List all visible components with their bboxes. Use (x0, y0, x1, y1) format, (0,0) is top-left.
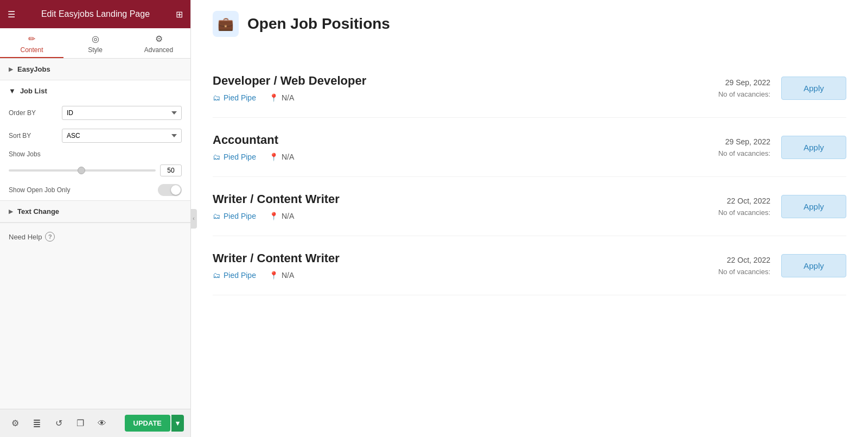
update-arrow-button[interactable]: ▾ (171, 415, 184, 432)
menu-icon[interactable]: ☰ (8, 9, 15, 20)
job-date-1: 29 Sep, 2022 (684, 78, 770, 87)
need-help-label: Need Help (9, 233, 42, 241)
show-jobs-slider[interactable] (9, 169, 156, 172)
job-date-3: 22 Oct, 2022 (684, 197, 770, 205)
briefcase-icon-3: 🗂 (213, 212, 220, 220)
job-meta-2: 🗂 Pied Pipe 📍 N/A (213, 153, 673, 161)
job-date-section-3: 22 Oct, 2022 No of vacancies: (684, 197, 770, 217)
table-row: Developer / Web Developer 🗂 Pied Pipe 📍 … (213, 59, 846, 118)
collapse-handle[interactable]: ‹ (190, 209, 197, 229)
easyjobs-section-header[interactable]: ▶ EasyJobs (0, 59, 190, 80)
show-jobs-row: Show Jobs (0, 147, 190, 161)
sort-by-row: Sort BY ASC DESC (0, 124, 190, 147)
svg-rect-3 (34, 426, 40, 427)
job-company-2: 🗂 Pied Pipe (213, 153, 256, 161)
apply-button-3[interactable]: Apply (781, 195, 846, 218)
location-name-4: N/A (282, 271, 294, 280)
briefcase-icon-2: 🗂 (213, 153, 220, 161)
page-icon: 💼 (213, 11, 239, 37)
svg-rect-2 (34, 420, 40, 421)
svg-rect-0 (34, 422, 40, 423)
company-name-2: Pied Pipe (224, 153, 256, 161)
job-list-label: Job List (20, 87, 47, 95)
job-info-4: Writer / Content Writer 🗂 Pied Pipe 📍 N/… (213, 251, 673, 280)
tab-advanced[interactable]: ⚙ Advanced (127, 28, 190, 58)
grid-icon[interactable]: ⊞ (176, 9, 183, 20)
order-by-label: Order BY (9, 109, 58, 117)
settings-toolbar-icon[interactable]: ⚙ (7, 415, 24, 432)
update-button[interactable]: UPDATE (125, 415, 170, 432)
layers-toolbar-icon[interactable] (28, 415, 46, 432)
job-meta-1: 🗂 Pied Pipe 📍 N/A (213, 93, 673, 102)
tab-style[interactable]: ◎ Style (63, 28, 127, 58)
style-tab-icon: ◎ (92, 34, 99, 44)
tab-content[interactable]: ✏ Content (0, 28, 63, 58)
content-tab-label: Content (20, 46, 43, 54)
easyjobs-section-label: EasyJobs (17, 65, 50, 73)
company-name-1: Pied Pipe (224, 93, 256, 102)
advanced-tab-icon: ⚙ (155, 34, 163, 44)
table-row: Writer / Content Writer 🗂 Pied Pipe 📍 N/… (213, 177, 846, 236)
job-location-4: 📍 N/A (269, 271, 294, 280)
tabs: ✏ Content ◎ Style ⚙ Advanced (0, 28, 190, 59)
job-list-arrow-icon: ▼ (9, 87, 16, 95)
pin-icon-3: 📍 (269, 212, 278, 220)
apply-button-4[interactable]: Apply (781, 254, 846, 277)
briefcase-icon-4: 🗂 (213, 271, 220, 280)
topbar-title: Edit Easyjobs Landing Page (41, 9, 150, 19)
job-vacancies-2: No of vacancies: (684, 149, 770, 157)
undo-toolbar-icon[interactable]: ↺ (50, 415, 67, 432)
location-name-2: N/A (282, 153, 294, 161)
job-meta-4: 🗂 Pied Pipe 📍 N/A (213, 271, 673, 280)
job-vacancies-4: No of vacancies: (684, 268, 770, 276)
help-icon: ? (45, 232, 55, 242)
text-change-arrow-icon: ▶ (9, 208, 13, 214)
update-wrapper: UPDATE ▾ (125, 415, 184, 432)
job-date-2: 29 Sep, 2022 (684, 137, 770, 146)
order-by-select[interactable]: ID Title Date Status (62, 106, 182, 120)
easyjobs-arrow-icon: ▶ (9, 66, 13, 72)
order-by-row: Order BY ID Title Date Status (0, 102, 190, 124)
svg-rect-1 (34, 424, 40, 425)
show-jobs-value[interactable] (160, 164, 182, 176)
page-title: Open Job Positions (247, 15, 390, 33)
job-date-section-2: 29 Sep, 2022 No of vacancies: (684, 137, 770, 157)
job-company-1: 🗂 Pied Pipe (213, 93, 256, 102)
job-location-3: 📍 N/A (269, 212, 294, 220)
job-list-header[interactable]: ▼ Job List (0, 80, 190, 102)
job-location-1: 📍 N/A (269, 93, 294, 102)
show-open-only-toggle[interactable]: NO (158, 184, 182, 196)
job-location-2: 📍 N/A (269, 153, 294, 161)
job-list: Developer / Web Developer 🗂 Pied Pipe 📍 … (213, 59, 846, 295)
sort-by-label: Sort BY (9, 132, 58, 140)
copy-toolbar-icon[interactable]: ❐ (72, 415, 89, 432)
preview-toolbar-icon[interactable]: 👁 (93, 415, 111, 432)
job-vacancies-3: No of vacancies: (684, 208, 770, 217)
apply-button-1[interactable]: Apply (781, 77, 846, 100)
company-name-3: Pied Pipe (224, 212, 256, 220)
job-title-3: Writer / Content Writer (213, 192, 673, 206)
sidebar: ☰ Edit Easyjobs Landing Page ⊞ ✏ Content… (0, 0, 191, 437)
advanced-tab-label: Advanced (144, 46, 173, 54)
show-open-only-label: Show Open Job Only (9, 186, 154, 194)
page-header: 💼 Open Job Positions (213, 11, 846, 42)
job-meta-3: 🗂 Pied Pipe 📍 N/A (213, 212, 673, 220)
need-help[interactable]: Need Help ? (0, 223, 190, 250)
job-company-4: 🗂 Pied Pipe (213, 271, 256, 280)
job-title-2: Accountant (213, 133, 673, 147)
show-jobs-label: Show Jobs (9, 150, 58, 158)
table-row: Accountant 🗂 Pied Pipe 📍 N/A 29 Sep, 202… (213, 118, 846, 177)
toggle-off-label: NO (173, 188, 180, 193)
apply-button-2[interactable]: Apply (781, 136, 846, 159)
table-row: Writer / Content Writer 🗂 Pied Pipe 📍 N/… (213, 236, 846, 295)
main-content: 💼 Open Job Positions Developer / Web Dev… (191, 0, 868, 437)
sort-by-select[interactable]: ASC DESC (62, 129, 182, 143)
text-change-header[interactable]: ▶ Text Change (0, 201, 190, 223)
job-vacancies-1: No of vacancies: (684, 90, 770, 98)
job-date-4: 22 Oct, 2022 (684, 256, 770, 264)
job-date-section-4: 22 Oct, 2022 No of vacancies: (684, 256, 770, 276)
pin-icon-1: 📍 (269, 93, 278, 102)
show-jobs-slider-row (0, 161, 190, 180)
pin-icon-4: 📍 (269, 271, 278, 280)
text-change-section: ▶ Text Change (0, 201, 190, 223)
